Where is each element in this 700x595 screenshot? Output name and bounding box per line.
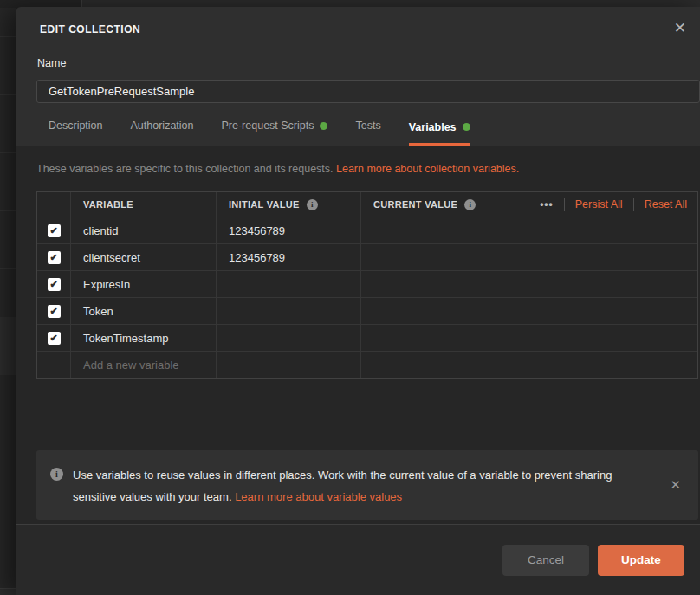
tab-label: Variables [409,121,457,133]
header-checkbox-cell [37,192,71,217]
current-value-column-header: CURRENT VALUE [373,199,457,210]
variable-name: TokenTimestamp [83,332,169,345]
divider [564,198,565,211]
table-actions: ••• Persist All Reset All [540,198,687,211]
tab-authorization[interactable]: Authorization [131,120,194,146]
green-status-dot-icon [320,122,327,130]
add-variable-placeholder-cell[interactable]: Add a new variable [71,352,217,378]
add-variable-row: Add a new variable [37,352,697,378]
persist-all-link[interactable]: Persist All [575,198,623,210]
check-icon: ✔ [49,226,57,236]
update-button[interactable]: Update [598,545,684,576]
header-initial-value-cell: INITIAL VALUE i [217,192,361,217]
variable-name-cell[interactable]: clientsecret [71,244,217,270]
tab-label: Description [49,120,103,132]
initial-value-column-header: INITIAL VALUE [229,199,300,210]
header-variable-cell: VARIABLE [71,192,217,217]
checkbox-cell: ✔ [37,298,71,324]
cancel-button[interactable]: Cancel [502,545,589,576]
close-icon[interactable]: ✕ [674,21,686,36]
dialog-title: EDIT COLLECTION [40,23,140,36]
check-icon: ✔ [49,333,57,343]
table-row: ✔clientsecret123456789 [37,244,697,271]
tab-variables[interactable]: Variables [409,120,470,146]
checkbox-cell: ✔ [37,244,71,270]
checkbox-cell: ✔ [37,217,71,243]
row-checkbox[interactable]: ✔ [48,224,61,237]
checkbox-cell: ✔ [37,325,71,351]
divider [633,198,634,211]
variable-name: Token [83,305,113,318]
add-variable-placeholder: Add a new variable [83,359,179,372]
checkbox-cell: ✔ [37,271,71,297]
tab-label: Pre-request Scripts [222,120,314,132]
current-value-cell[interactable] [361,217,697,243]
variable-name-cell[interactable]: TokenTimestamp [71,325,217,351]
current-value-cell[interactable] [361,352,697,378]
variable-name-cell[interactable]: Token [71,298,217,324]
variable-name-cell[interactable]: ExpiresIn [71,271,217,297]
tab-label: Authorization [131,120,194,132]
variable-values-learn-more-link[interactable]: Learn more about variable values [235,490,402,503]
checkbox-cell [37,352,71,378]
variables-description-text: These variables are specific to this col… [36,163,336,175]
reset-all-link[interactable]: Reset All [645,198,687,210]
variable-column-header: VARIABLE [83,199,133,210]
variables-description: These variables are specific to this col… [36,163,683,175]
table-row: ✔ExpiresIn [37,271,697,298]
initial-value-cell[interactable]: 123456789 [217,244,361,270]
row-checkbox[interactable]: ✔ [48,332,61,345]
table-row: ✔clientid123456789 [37,217,697,244]
current-value-cell[interactable] [361,244,697,270]
initial-value-cell[interactable] [217,298,361,324]
tab-description[interactable]: Description [49,120,103,146]
header-current-value-cell: CURRENT VALUE i ••• Persist All Reset Al… [361,192,697,217]
table-header-row: VARIABLE INITIAL VALUE i CURRENT VALUE i… [37,192,697,217]
table-row: ✔Token [37,298,697,325]
initial-value-cell[interactable] [217,352,361,378]
tab-label: Tests [355,120,380,132]
initial-value-info-icon[interactable]: i [307,199,318,210]
row-checkbox[interactable]: ✔ [48,278,61,291]
initial-value-cell[interactable]: 123456789 [217,217,361,243]
edit-collection-dialog: EDIT COLLECTION ✕ Name DescriptionAuthor… [16,7,700,595]
initial-value-cell[interactable] [217,271,361,297]
background-app-statusbar [0,588,16,595]
name-label: Name [37,57,686,69]
initial-value-cell[interactable] [217,325,361,351]
tab-tests[interactable]: Tests [355,120,380,146]
dialog-header: EDIT COLLECTION ✕ Name DescriptionAuthor… [16,7,700,146]
dialog-tabs: DescriptionAuthorizationPre-request Scri… [49,120,470,146]
background-sidebar-selected-item [0,317,16,375]
banner-close-icon[interactable]: ✕ [664,477,686,493]
green-status-dot-icon [463,123,470,131]
banner-text: Use variables to reuse values in differe… [73,464,655,506]
check-icon: ✔ [49,280,57,289]
variable-name-cell[interactable]: clientid [71,217,217,243]
table-row: ✔TokenTimestamp [37,325,697,352]
table-body: ✔clientid123456789✔clientsecret123456789… [37,217,697,378]
collection-name-input[interactable] [36,80,700,103]
check-icon: ✔ [49,307,57,316]
collection-variables-learn-more-link[interactable]: Learn more about collection variables. [336,163,519,175]
current-value-info-icon[interactable]: i [464,199,476,210]
dialog-footer: Cancel Update [16,525,700,595]
current-value-cell[interactable] [361,325,697,351]
variable-name: clientsecret [83,251,140,264]
more-options-icon[interactable]: ••• [540,198,554,210]
variable-name: ExpiresIn [83,278,130,291]
variables-panel: These variables are specific to this col… [16,146,700,524]
variable-name: clientid [83,224,118,237]
check-icon: ✔ [49,253,57,262]
background-app-sidebar [0,8,16,595]
current-value-cell[interactable] [361,271,697,297]
tab-pre-request-scripts[interactable]: Pre-request Scripts [222,120,328,146]
row-checkbox[interactable]: ✔ [48,305,61,318]
banner-info-icon: i [50,468,63,481]
info-banner: i Use variables to reuse values in diffe… [36,450,698,520]
current-value-cell[interactable] [361,298,697,324]
row-checkbox[interactable]: ✔ [48,251,61,264]
variables-table: VARIABLE INITIAL VALUE i CURRENT VALUE i… [36,191,698,379]
